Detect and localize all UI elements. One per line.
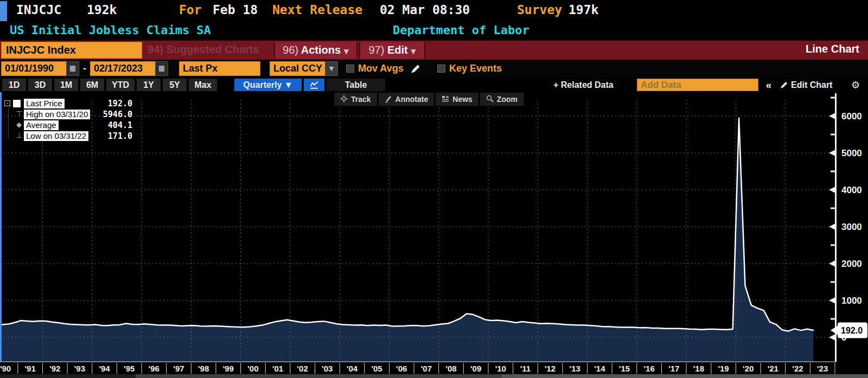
x-axis-year-label: '04 <box>347 364 358 373</box>
security-name: US Initial Jobless Claims SA <box>10 23 211 37</box>
annotate-button[interactable]: Annotate <box>379 93 435 106</box>
related-data-button[interactable]: + Related Data <box>553 79 626 91</box>
x-axis-year-label: '93 <box>74 364 85 373</box>
x-axis-year-label: '13 <box>570 364 580 373</box>
command-input[interactable]: INJCJC Index <box>1 42 142 59</box>
date-to-input[interactable]: 02/17/2023 <box>90 61 158 76</box>
x-axis-year-label: '10 <box>495 364 506 373</box>
zoom-button[interactable]: Zoom <box>480 93 524 106</box>
range-tab-5y[interactable]: 5Y <box>163 79 187 91</box>
legend-value: 5946.0 <box>103 110 132 119</box>
actions-number: 96) <box>283 44 298 56</box>
horizontal-scrollbar[interactable] <box>0 374 868 378</box>
tool-label: Zoom <box>497 95 518 104</box>
scrollbar-track-segment[interactable] <box>136 374 502 378</box>
x-axis-year-label: '05 <box>371 364 382 373</box>
for-value: Feb 18 <box>213 3 258 17</box>
svg-text:5000: 5000 <box>841 148 862 158</box>
next-release-value: 02 Mar 08:30 <box>380 3 470 17</box>
x-axis-year-label: '17 <box>668 364 679 373</box>
date-range-dash: - <box>83 63 86 74</box>
svg-text:4000: 4000 <box>841 185 862 195</box>
x-axis-year-label: '15 <box>619 364 630 373</box>
suggested-charts-button[interactable]: 94) Suggested Charts <box>148 43 259 56</box>
for-label: For <box>179 3 202 17</box>
bloomberg-terminal-window: INJCJC 192k For Feb 18 Next Release 02 M… <box>0 0 868 378</box>
range-tab-1m[interactable]: 1M <box>54 79 78 91</box>
range-tab-ytd[interactable]: YTD <box>106 79 135 91</box>
pencil-icon <box>780 81 788 89</box>
date-from-input[interactable]: 01/01/1990 <box>1 61 69 76</box>
edit-button[interactable]: 97) Edit ▼ <box>359 42 425 59</box>
x-axis-year-label: '92 <box>49 364 60 373</box>
chart-controls: 01/01/1990 ▦ - 02/17/2023 ▦ Last Px Loca… <box>0 60 868 78</box>
last-value: 192k <box>87 3 117 17</box>
legend-value: 192.0 <box>108 99 132 108</box>
actions-button[interactable]: 96) Actions ▼ <box>274 42 358 59</box>
x-axis-year-label: '90 <box>0 364 11 373</box>
currency-dropdown-icon[interactable]: ▼ <box>325 61 338 76</box>
mov-avgs-checkbox[interactable] <box>346 65 354 73</box>
x-axis-year-label: '99 <box>223 364 234 373</box>
key-events-checkbox[interactable] <box>437 65 445 73</box>
range-tab-max[interactable]: Max <box>189 79 217 91</box>
chart-type-button[interactable] <box>304 79 324 91</box>
legend-label: Average <box>24 120 59 130</box>
x-axis-year-label: '16 <box>644 364 655 373</box>
scrollbar-thumb[interactable] <box>502 374 868 378</box>
low-marker-icon: ⊥ <box>16 131 22 139</box>
x-axis: '90'91'92'93'94'95'96'97'98'99'00'01'02'… <box>0 363 835 374</box>
range-tab-1d[interactable]: 1D <box>2 79 26 91</box>
range-tab-1y[interactable]: 1Y <box>137 79 161 91</box>
mov-avgs-label: Mov Avgs <box>358 63 404 74</box>
period-select[interactable]: Quarterly ▼ <box>234 79 302 91</box>
range-tab-3d[interactable]: 3D <box>28 79 52 91</box>
legend-label: Low on 03/31/22 <box>24 131 88 141</box>
actions-caret-icon: ▼ <box>344 48 349 55</box>
mov-avgs-pencil-icon[interactable] <box>411 63 421 76</box>
chart-settings-gear-icon[interactable]: ⚙ <box>847 79 864 91</box>
chart-area: 0100020003000400050006000192.0'90'91'92'… <box>0 92 868 374</box>
edit-number: 97) <box>368 44 384 56</box>
actions-label: Actions <box>301 44 341 56</box>
edit-label: Edit <box>387 44 408 56</box>
currency-select[interactable]: Local CCY <box>270 61 328 76</box>
chart-toolbar: TrackAnnotateNewsZoom <box>334 93 524 106</box>
tool-label: Track <box>351 95 371 104</box>
add-data-input[interactable]: Add Data <box>637 79 758 91</box>
calendar-icon[interactable]: ▦ <box>155 61 168 76</box>
range-tab-6m[interactable]: 6M <box>80 79 104 91</box>
table-tab[interactable]: Table <box>327 79 385 91</box>
x-axis-year-label: '07 <box>421 364 432 373</box>
legend-row: Last Price192.0 <box>4 99 132 110</box>
track-crosshair-icon <box>340 95 348 104</box>
news-button[interactable]: News <box>436 93 478 106</box>
price-type-input[interactable]: Last Px <box>179 61 260 76</box>
track-button[interactable]: Track <box>334 93 377 106</box>
x-axis-year-label: '23 <box>817 364 828 373</box>
x-axis-year-label: '22 <box>792 364 803 373</box>
calendar-icon[interactable]: ▦ <box>66 61 79 76</box>
legend-value: 171.0 <box>108 131 132 141</box>
x-axis-year-label: '11 <box>520 364 531 373</box>
edit-chart-label: Edit Chart <box>791 79 832 91</box>
legend-row: ⊥Low on 03/31/22171.0 <box>4 131 132 142</box>
svg-text:6000: 6000 <box>841 111 862 121</box>
edit-caret-icon: ▼ <box>411 48 416 55</box>
edit-chart-button[interactable]: Edit Chart <box>780 79 832 91</box>
x-axis-year-label: '09 <box>470 364 481 373</box>
x-axis-year-label: '20 <box>743 364 754 373</box>
high-marker-icon: ⊤ <box>16 110 22 118</box>
line-chart-icon <box>308 81 320 89</box>
collapse-button[interactable]: « <box>761 79 776 91</box>
svg-text:2000: 2000 <box>841 259 862 269</box>
svg-text:192.0: 192.0 <box>841 326 863 335</box>
svg-text:1000: 1000 <box>841 296 862 306</box>
data-source: Department of Labor <box>393 23 529 37</box>
x-axis-year-label: '12 <box>545 364 556 373</box>
x-axis-year-label: '03 <box>322 364 333 373</box>
next-release-label: Next Release <box>272 3 362 17</box>
x-axis-year-label: '18 <box>693 364 704 373</box>
x-axis-year-label: '98 <box>198 364 209 373</box>
legend-row: ◆Average404.1 <box>4 120 132 131</box>
